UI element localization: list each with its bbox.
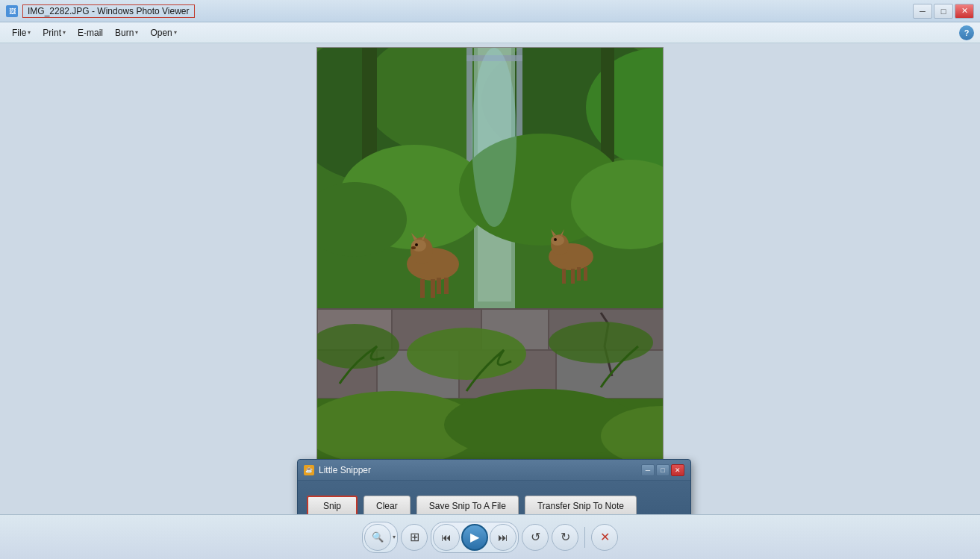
actual-size-icon: ⊞ <box>410 530 419 544</box>
svg-rect-33 <box>584 267 587 281</box>
minimize-button[interactable]: ─ <box>913 4 932 19</box>
window-title: IMG_2282.JPG - Windows Photo Viewer <box>22 4 195 18</box>
slideshow-button[interactable]: ▶ <box>461 524 488 551</box>
menu-email[interactable]: E-mail <box>72 25 109 41</box>
svg-point-28 <box>551 235 564 246</box>
rotate-ccw-button[interactable]: ↺ <box>522 524 549 551</box>
transfer-to-note-button[interactable]: Transfer Snip To Note <box>525 496 637 516</box>
delete-button[interactable]: ✕ <box>591 524 618 551</box>
svg-rect-32 <box>577 267 581 281</box>
snip-button[interactable]: Snip <box>307 496 358 516</box>
clear-button[interactable]: Clear <box>363 496 411 516</box>
menubar: File ▾ Print ▾ E-mail Burn ▾ Open ▾ ? <box>0 22 980 43</box>
svg-point-19 <box>411 240 426 252</box>
snipper-controls: ─ □ ✕ <box>641 464 684 476</box>
svg-rect-23 <box>431 279 435 298</box>
actual-size-button[interactable]: ⊞ <box>401 524 428 551</box>
close-button[interactable]: ✕ <box>955 4 974 19</box>
photo-svg <box>317 48 663 478</box>
app-icon: 🖼 <box>6 5 18 17</box>
save-to-file-button[interactable]: Save Snip To A File <box>416 496 519 516</box>
svg-point-29 <box>554 238 557 241</box>
toolbar-group-nav: ⏮ ▶ ⏭ <box>431 522 519 553</box>
toolbar-group-left: 🔍 ▾ <box>362 522 398 553</box>
slideshow-icon: ▶ <box>470 530 479 544</box>
delete-icon: ✕ <box>600 530 610 544</box>
snipper-restore-button[interactable]: □ <box>656 464 670 476</box>
svg-point-45 <box>549 322 653 363</box>
snipper-title-left: ☕ Little Snipper <box>304 465 371 475</box>
snipper-title: Little Snipper <box>319 465 371 475</box>
svg-point-21 <box>411 246 416 249</box>
rotate-cw-icon: ↻ <box>561 530 570 544</box>
open-arrow-icon: ▾ <box>174 29 177 36</box>
toolbar-separator <box>584 527 585 548</box>
restore-button[interactable]: □ <box>934 4 953 19</box>
svg-point-44 <box>407 328 526 380</box>
svg-rect-11 <box>466 48 472 167</box>
next-icon: ⏭ <box>498 531 508 543</box>
burn-arrow-icon: ▾ <box>135 29 138 36</box>
svg-rect-30 <box>562 269 566 284</box>
menu-burn[interactable]: Burn ▾ <box>109 25 144 41</box>
snipper-app-icon: ☕ <box>304 465 314 475</box>
zoom-in-button[interactable]: 🔍 <box>364 524 391 551</box>
titlebar: 🖼 IMG_2282.JPG - Windows Photo Viewer ─ … <box>0 0 980 22</box>
photo-scene <box>317 48 663 478</box>
zoom-arrow-icon[interactable]: ▾ <box>393 534 396 540</box>
help-button[interactable]: ? <box>959 25 974 40</box>
prev-button[interactable]: ⏮ <box>433 524 460 551</box>
rotate-cw-button[interactable]: ↻ <box>552 524 578 551</box>
menu-print[interactable]: Print ▾ <box>37 25 72 41</box>
photo-container <box>316 47 664 478</box>
svg-rect-24 <box>437 278 441 294</box>
file-arrow-icon: ▾ <box>28 29 31 36</box>
zoom-in-icon: 🔍 <box>372 531 384 543</box>
rotate-ccw-icon: ↺ <box>531 530 540 544</box>
bottom-toolbar: 🔍 ▾ ⊞ ⏮ ▶ ⏭ ↺ ↻ ✕ <box>0 514 980 559</box>
svg-point-52 <box>472 48 516 227</box>
svg-rect-25 <box>444 278 449 294</box>
main-content: ☕ Little Snipper ─ □ ✕ Snip Clear Save S… <box>0 43 980 514</box>
svg-point-20 <box>415 243 418 246</box>
svg-rect-31 <box>571 269 575 284</box>
menu-open[interactable]: Open ▾ <box>144 25 182 41</box>
menu-file[interactable]: File ▾ <box>6 25 37 41</box>
snipper-titlebar: ☕ Little Snipper ─ □ ✕ <box>298 460 690 481</box>
window-controls: ─ □ ✕ <box>913 4 974 19</box>
print-arrow-icon: ▾ <box>63 29 66 36</box>
svg-rect-22 <box>420 279 425 298</box>
snipper-close-button[interactable]: ✕ <box>671 464 684 476</box>
prev-icon: ⏮ <box>441 531 452 543</box>
titlebar-left: 🖼 IMG_2282.JPG - Windows Photo Viewer <box>6 4 195 18</box>
snipper-minimize-button[interactable]: ─ <box>641 464 655 476</box>
next-button[interactable]: ⏭ <box>490 524 516 551</box>
